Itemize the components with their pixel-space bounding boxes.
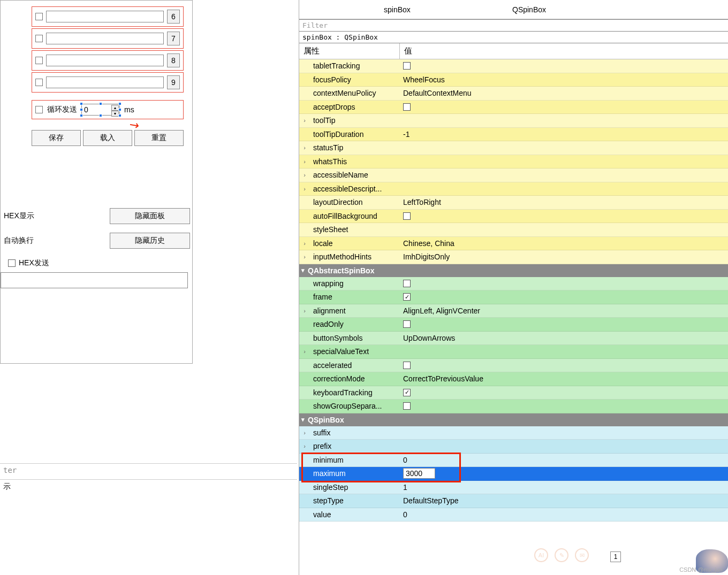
property-value[interactable]: ImhDigitsOnly — [400, 252, 728, 261]
property-row[interactable]: layoutDirectionLeftToRight — [299, 196, 728, 210]
input-row-6[interactable]: 6 — [32, 6, 184, 27]
input-row-9[interactable]: 9 — [32, 72, 184, 93]
form-designer-canvas[interactable]: 6 7 8 9 循环发送 0 ▲▼ — [0, 0, 193, 364]
expand-icon[interactable]: › — [299, 117, 310, 124]
checkbox-icon[interactable] — [403, 280, 411, 287]
expand-icon[interactable]: › — [299, 254, 310, 260]
property-row[interactable]: ›whatsThis — [299, 155, 728, 169]
property-row[interactable]: ›statusTip — [299, 141, 728, 155]
row-checkbox[interactable] — [35, 57, 43, 64]
expand-icon[interactable]: › — [299, 308, 310, 314]
hide-panel-button[interactable]: 隐藏面板 — [110, 208, 190, 224]
input-row-8[interactable]: 8 — [32, 50, 184, 71]
expand-icon[interactable]: › — [299, 186, 310, 192]
section-qabstractspinbox[interactable]: ▾ QAbstractSpinBox — [299, 264, 728, 277]
property-value[interactable]: Chinese, China — [400, 239, 728, 248]
input-row-7[interactable]: 7 — [32, 28, 184, 49]
property-row[interactable]: ›prefix — [299, 440, 728, 454]
expand-icon[interactable]: › — [299, 240, 310, 247]
property-row[interactable]: autoFillBackground — [299, 210, 728, 224]
load-button[interactable]: 载入 — [83, 130, 132, 146]
reset-button[interactable]: 重置 — [134, 130, 184, 146]
property-value[interactable] — [400, 212, 728, 220]
hide-history-button[interactable]: 隐藏历史 — [110, 233, 190, 249]
expand-icon[interactable]: › — [299, 158, 310, 165]
wand-icon[interactable]: ✎ — [555, 548, 568, 562]
object-tree-row[interactable]: spinBox QSpinBox — [299, 0, 728, 19]
loop-spinbox[interactable]: 0 ▲▼ — [81, 104, 120, 116]
property-value[interactable]: ✓ — [400, 389, 728, 396]
row-number[interactable]: 8 — [167, 53, 180, 67]
property-row[interactable]: wrapping — [299, 277, 728, 291]
row-number[interactable]: 9 — [167, 75, 180, 89]
property-value[interactable]: 1 — [400, 483, 728, 492]
row-lineedit[interactable] — [46, 55, 164, 66]
property-row[interactable]: frame✓ — [299, 290, 728, 304]
expand-icon[interactable]: › — [299, 443, 310, 449]
property-row[interactable]: ›localeChinese, China — [299, 237, 728, 251]
property-row[interactable]: ›accessibleName — [299, 168, 728, 182]
property-value[interactable] — [400, 402, 728, 410]
checkbox-icon[interactable] — [403, 212, 411, 220]
property-row[interactable]: value0 — [299, 508, 728, 522]
property-row[interactable]: ›suffix — [299, 426, 728, 440]
expand-icon[interactable]: › — [299, 348, 310, 355]
property-value[interactable]: CorrectToPreviousValue — [400, 374, 728, 383]
section-qspinbox[interactable]: ▾ QSpinBox — [299, 413, 728, 426]
property-row[interactable]: stepTypeDefaultStepType — [299, 494, 728, 508]
property-filter-input[interactable]: Filter — [299, 19, 728, 32]
property-value[interactable]: -1 — [400, 130, 728, 139]
property-value[interactable]: LeftToRight — [400, 198, 728, 206]
property-row[interactable]: singleStep1 — [299, 481, 728, 495]
property-value[interactable]: WheelFocus — [400, 75, 728, 84]
property-value[interactable] — [400, 103, 728, 111]
property-value[interactable]: DefaultStepType — [400, 496, 728, 505]
row-number[interactable]: 6 — [167, 10, 180, 24]
row-checkbox[interactable] — [35, 13, 43, 20]
row-lineedit[interactable] — [46, 76, 164, 88]
property-value[interactable]: ✓ — [400, 293, 728, 301]
spinbox-arrows-icon[interactable]: ▲▼ — [111, 105, 119, 114]
property-value[interactable] — [400, 362, 728, 369]
row-lineedit[interactable] — [46, 33, 164, 44]
property-value[interactable]: AlignLeft, AlignVCenter — [400, 306, 728, 315]
property-row[interactable]: focusPolicyWheelFocus — [299, 73, 728, 87]
send-lineedit[interactable] — [1, 272, 188, 288]
ai-icon[interactable]: AI — [534, 548, 548, 562]
property-row[interactable]: ›toolTip — [299, 114, 728, 128]
expand-icon[interactable]: › — [299, 144, 310, 151]
property-row[interactable]: keyboardTracking✓ — [299, 386, 728, 400]
checkbox-icon[interactable]: ✓ — [403, 389, 411, 396]
checkbox-icon[interactable] — [403, 62, 411, 70]
property-row[interactable]: buttonSymbolsUpDownArrows — [299, 332, 728, 346]
property-value[interactable]: DefaultContextMenu — [400, 89, 728, 97]
save-button[interactable]: 保存 — [32, 130, 81, 146]
expand-icon[interactable]: › — [299, 172, 310, 178]
property-value[interactable] — [400, 280, 728, 287]
property-row[interactable]: contextMenuPolicyDefaultContextMenu — [299, 87, 728, 101]
property-row[interactable]: acceptDrops — [299, 101, 728, 114]
bottom-filter-bar[interactable]: ter — [0, 463, 297, 477]
property-row[interactable]: ›inputMethodHintsImhDigitsOnly — [299, 250, 728, 264]
checkbox-icon[interactable] — [403, 103, 411, 111]
property-row[interactable]: ›specialValueText — [299, 345, 728, 359]
row-number[interactable]: 7 — [167, 32, 180, 45]
checkbox-icon[interactable]: ✓ — [403, 293, 411, 301]
row-checkbox[interactable] — [35, 79, 43, 86]
property-row[interactable]: tabletTracking — [299, 59, 728, 73]
property-row[interactable]: accelerated — [299, 359, 728, 373]
checkbox-icon[interactable] — [403, 320, 411, 328]
property-row[interactable]: readOnly — [299, 318, 728, 332]
property-row[interactable]: showGroupSepara... — [299, 400, 728, 413]
loop-checkbox[interactable] — [35, 106, 43, 113]
msg-icon[interactable]: ✉ — [575, 548, 589, 562]
property-value[interactable] — [400, 62, 728, 70]
loop-send-row[interactable]: 循环发送 0 ▲▼ ms — [32, 100, 184, 119]
property-value[interactable]: 0 — [400, 510, 728, 519]
expand-icon[interactable]: › — [299, 430, 310, 436]
property-value[interactable]: UpDownArrows — [400, 334, 728, 342]
checkbox-icon[interactable] — [403, 402, 411, 410]
property-row[interactable]: styleSheet — [299, 223, 728, 237]
property-row[interactable]: toolTipDuration-1 — [299, 128, 728, 142]
property-row[interactable]: ›alignmentAlignLeft, AlignVCenter — [299, 304, 728, 318]
